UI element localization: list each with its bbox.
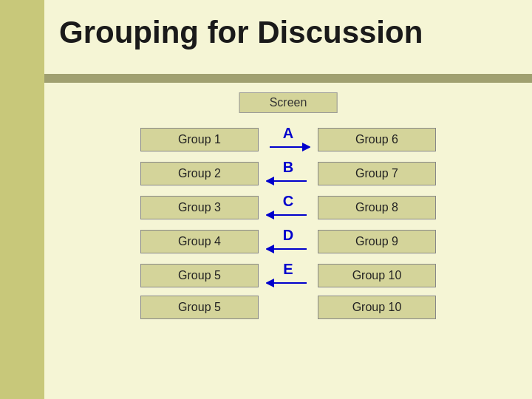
group-6-box: Group 6: [318, 128, 436, 151]
arrow-c-svg: [266, 208, 310, 222]
arrow-b: B: [259, 160, 318, 188]
group-8-box: Group 8: [318, 196, 436, 219]
row-5: Group 5 E Group 10: [44, 262, 532, 290]
letter-c: C: [283, 194, 293, 208]
group-10a-box: Group 10: [318, 264, 436, 287]
group-4-box: Group 4: [140, 230, 259, 253]
arrow-e: E: [259, 262, 318, 290]
arrow-d-svg: [266, 242, 310, 256]
group-10b-box: Group 10: [318, 296, 436, 319]
group-1-box: Group 1: [140, 128, 259, 151]
page-title: Grouping for Discussion: [59, 15, 423, 50]
letter-b: B: [283, 160, 293, 174]
row-4: Group 4 D Group 9: [44, 228, 532, 256]
arrow-a-svg: [266, 140, 310, 154]
letter-a: A: [283, 126, 293, 140]
left-sidebar: [0, 0, 44, 399]
top-bar: [44, 74, 532, 83]
group-9-box: Group 9: [318, 230, 436, 253]
screen-label: Screen: [239, 92, 338, 113]
group-5b-box: Group 5: [140, 296, 259, 319]
row-6: Group 5 Group 10: [44, 296, 532, 319]
group-2-box: Group 2: [140, 162, 259, 185]
arrow-b-svg: [266, 174, 310, 188]
arrow-e-svg: [266, 276, 310, 290]
letter-d: D: [283, 228, 293, 242]
arrow-c: C: [259, 194, 318, 222]
group-3-box: Group 3: [140, 196, 259, 219]
letter-e: E: [283, 262, 293, 276]
arrow-d: D: [259, 228, 318, 256]
group-5a-box: Group 5: [140, 264, 259, 287]
rows-container: Group 1 A Group 6 Group 2 B: [44, 126, 532, 325]
group-7-box: Group 7: [318, 162, 436, 185]
row-1: Group 1 A Group 6: [44, 126, 532, 154]
content-area: Screen Group 1 A Group 6 Group 2: [44, 85, 532, 399]
row-2: Group 2 B Group 7: [44, 160, 532, 188]
row-3: Group 3 C Group 8: [44, 194, 532, 222]
arrow-a: A: [259, 126, 318, 154]
